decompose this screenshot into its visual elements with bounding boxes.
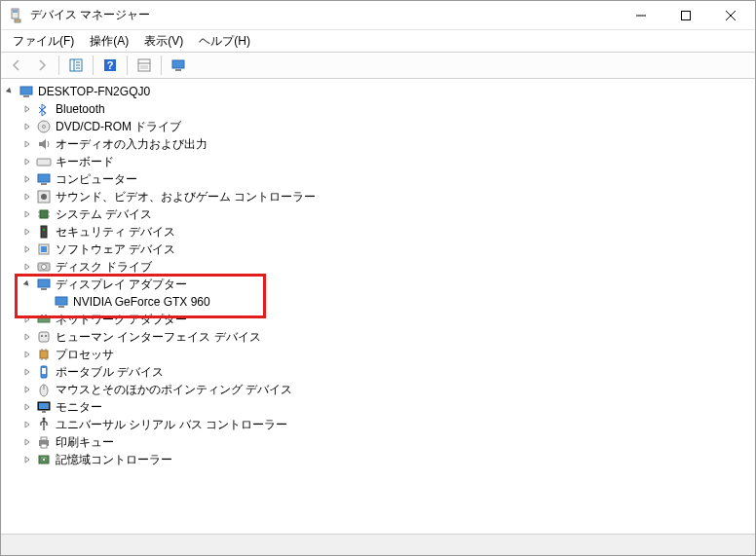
svg-point-30 (41, 194, 47, 200)
menu-help[interactable]: ヘルプ(H) (191, 31, 258, 52)
software-devices-icon (36, 241, 52, 257)
tree-device-nvidia-geforce-gtx-960[interactable]: NVIDIA GeForce GTX 960 (38, 293, 755, 311)
tree-category-processors[interactable]: プロセッサ (20, 346, 755, 363)
tree-root[interactable]: DESKTOP-FN2GQJ0 (3, 83, 755, 100)
tree-category-mice-pointing-devices[interactable]: マウスとそのほかのポインティング デバイス (20, 381, 755, 398)
toolbar-separator (58, 56, 59, 75)
tree-category-sound-video-game-controllers[interactable]: サウンド、ビデオ、およびゲーム コントローラー (20, 188, 755, 205)
expand-icon[interactable] (20, 383, 34, 396)
minimize-button[interactable] (619, 1, 663, 30)
mice-pointing-devices-icon (36, 382, 52, 397)
svg-rect-49 (39, 332, 49, 342)
tree-category-label: ディスク ドライブ (56, 259, 152, 276)
usb-controllers-icon (36, 417, 52, 432)
toolbar: ? (1, 52, 755, 79)
computer-icon (36, 171, 52, 187)
close-button[interactable] (708, 1, 753, 30)
expand-icon[interactable] (20, 260, 34, 274)
display-adapter-icon (54, 294, 69, 310)
svg-text:?: ? (107, 59, 114, 71)
tree-category-security-devices[interactable]: セキュリティ デバイス (20, 223, 755, 241)
toolbar-separator (127, 56, 128, 75)
tree-category-label: 記憶域コントローラー (56, 452, 172, 468)
tree-category-computer[interactable]: コンピューター (20, 170, 755, 188)
expand-icon[interactable] (20, 453, 34, 466)
tree-category-label: 印刷キュー (56, 434, 114, 451)
tree-category-portable-devices[interactable]: ポータブル デバイス (20, 363, 755, 381)
back-button[interactable] (5, 54, 28, 77)
expand-icon[interactable] (20, 102, 34, 116)
tree-category-human-interface-devices[interactable]: ヒューマン インターフェイス デバイス (20, 328, 755, 346)
expander-spacer (38, 295, 52, 309)
forward-button[interactable] (30, 54, 54, 77)
security-devices-icon (36, 224, 52, 240)
tree-category-keyboards[interactable]: キーボード (20, 153, 755, 170)
keyboards-icon (36, 154, 52, 169)
tree-category-label: モニター (56, 399, 102, 416)
svg-rect-58 (42, 368, 46, 374)
collapse-icon[interactable] (3, 85, 17, 98)
expand-icon[interactable] (20, 313, 34, 326)
title-bar: デバイス マネージャー (1, 1, 755, 30)
svg-rect-39 (41, 246, 47, 252)
tree-category-software-devices[interactable]: ソフトウェア デバイス (20, 241, 755, 258)
expand-icon[interactable] (20, 190, 34, 204)
tree-category-network-adapters[interactable]: ネットワーク アダプター (20, 311, 755, 328)
tree-category-monitors[interactable]: モニター (20, 398, 755, 416)
tree-category-label: DVD/CD-ROM ドライブ (56, 119, 181, 135)
svg-rect-48 (45, 315, 47, 317)
tree-category-display-adapters[interactable]: ディスプレイ アダプター (20, 276, 755, 293)
expand-icon[interactable] (20, 137, 34, 151)
svg-rect-66 (41, 437, 47, 440)
expand-icon[interactable] (20, 435, 34, 449)
svg-rect-28 (41, 183, 47, 185)
expand-icon[interactable] (20, 172, 34, 186)
expand-icon[interactable] (20, 155, 34, 168)
maximize-button[interactable] (663, 1, 708, 30)
svg-point-23 (43, 126, 46, 129)
tree-category-disk-drives[interactable]: ディスク ドライブ (20, 258, 755, 276)
tree-category-bluetooth[interactable]: Bluetooth (20, 100, 755, 118)
window-title: デバイス マネージャー (30, 7, 619, 23)
tree-category-dvd-cdrom-drives[interactable]: DVD/CD-ROM ドライブ (20, 118, 755, 135)
svg-rect-19 (175, 69, 181, 71)
expand-icon[interactable] (20, 242, 34, 256)
tree-category-label: ネットワーク アダプター (56, 312, 187, 328)
monitors-icon (36, 399, 52, 415)
tree-category-print-queues[interactable]: 印刷キュー (20, 433, 755, 451)
tree-category-storage-controllers[interactable]: 記憶域コントローラー (20, 451, 755, 468)
expand-icon[interactable] (20, 418, 34, 431)
expand-icon[interactable] (20, 207, 34, 221)
svg-rect-47 (41, 315, 43, 317)
tree-category-label: セキュリティ デバイス (56, 224, 175, 241)
tree-category-usb-controllers[interactable]: ユニバーサル シリアル バス コントローラー (20, 416, 755, 433)
svg-rect-27 (38, 174, 50, 182)
expand-icon[interactable] (20, 225, 34, 239)
expand-icon[interactable] (20, 120, 34, 133)
tree-category-audio-inputs-outputs[interactable]: オーディオの入力および出力 (20, 135, 755, 153)
expand-icon[interactable] (20, 330, 34, 344)
help-button[interactable]: ? (98, 54, 122, 77)
properties-button[interactable] (132, 54, 156, 77)
app-icon (9, 8, 24, 23)
sound-video-game-controllers-icon (36, 189, 52, 204)
expand-icon[interactable] (20, 365, 34, 379)
collapse-icon[interactable] (20, 278, 34, 291)
display-adapters-icon (36, 277, 52, 292)
expand-icon[interactable] (20, 400, 34, 414)
tree-category-label: オーディオの入力および出力 (56, 136, 208, 153)
menu-file[interactable]: ファイル(F) (5, 31, 82, 52)
expand-icon[interactable] (20, 348, 34, 361)
tree-category-system-devices[interactable]: システム デバイス (20, 205, 755, 223)
status-bar (1, 534, 755, 555)
menu-view[interactable]: 表示(V) (136, 31, 191, 52)
scan-hardware-button[interactable] (167, 54, 190, 77)
svg-rect-44 (56, 297, 67, 305)
tree-device-label: NVIDIA GeForce GTX 960 (73, 295, 210, 309)
show-hide-tree-button[interactable] (64, 54, 88, 77)
svg-rect-31 (40, 210, 48, 218)
disk-drives-icon (36, 259, 52, 275)
svg-rect-63 (42, 411, 46, 413)
menu-action[interactable]: 操作(A) (82, 31, 136, 52)
device-tree-pane[interactable]: DESKTOP-FN2GQJ0 BluetoothDVD/CD-ROM ドライブ… (1, 79, 755, 534)
